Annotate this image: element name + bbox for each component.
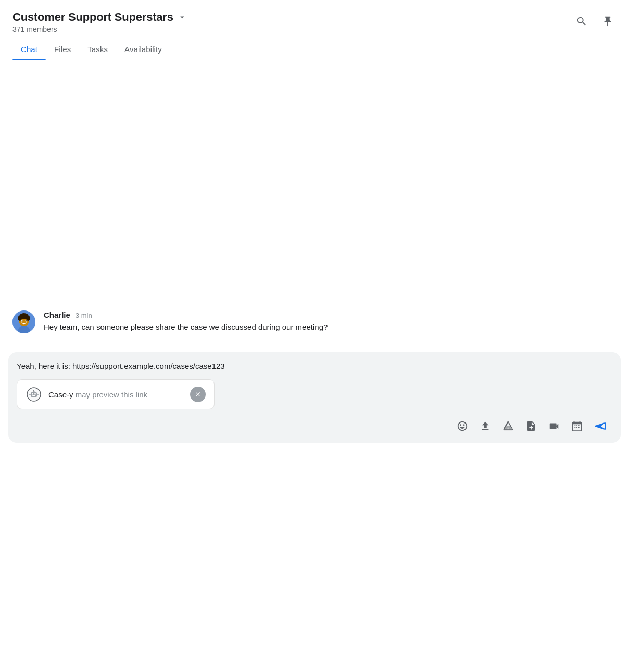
message-header: Charlie 3 min [44, 310, 328, 319]
upload-button[interactable] [475, 416, 496, 437]
svg-point-16 [33, 390, 34, 391]
tab-tasks[interactable]: Tasks [79, 40, 116, 60]
message-input[interactable]: Yeah, here it is: https://support.exampl… [17, 360, 612, 373]
svg-point-5 [26, 316, 30, 321]
svg-point-9 [26, 320, 27, 321]
header-left: Customer Support Superstars 371 members [12, 10, 187, 33]
svg-rect-14 [32, 395, 35, 396]
message-text: Hey team, can someone please share the c… [44, 321, 328, 333]
message-row: Charlie 3 min Hey team, can someone plea… [12, 310, 617, 333]
video-button[interactable] [544, 416, 564, 437]
input-toolbar [17, 416, 612, 437]
tab-chat[interactable]: Chat [12, 40, 46, 60]
casey-icon [27, 387, 41, 402]
header-title: Customer Support Superstars [12, 10, 187, 24]
avatar-image [12, 310, 35, 333]
header-actions [573, 10, 617, 30]
close-icon [194, 391, 202, 398]
chat-area: Charlie 3 min Hey team, can someone plea… [0, 60, 629, 352]
link-preview-left: Case-y may preview this link [26, 386, 147, 403]
emoji-button[interactable] [452, 416, 473, 437]
video-icon [548, 420, 560, 432]
drive-button[interactable] [498, 416, 519, 437]
send-button[interactable] [589, 416, 610, 437]
create-doc-button[interactable] [521, 416, 542, 437]
send-icon [594, 420, 606, 432]
upload-icon [480, 420, 491, 432]
link-preview-card: Case-y may preview this link [17, 379, 215, 409]
svg-point-8 [22, 320, 23, 321]
message-content: Charlie 3 min Hey team, can someone plea… [44, 310, 328, 333]
pin-button[interactable] [599, 13, 617, 30]
emoji-icon [457, 420, 468, 432]
tab-availability[interactable]: Availability [116, 40, 170, 60]
dropdown-icon[interactable] [178, 13, 187, 22]
header: Customer Support Superstars 371 members [0, 0, 629, 33]
input-area: Yeah, here it is: https://support.exampl… [8, 352, 621, 443]
calendar-icon [571, 420, 583, 432]
channel-title: Customer Support Superstars [12, 10, 173, 24]
link-preview-close-button[interactable] [190, 387, 206, 402]
tab-files[interactable]: Files [46, 40, 79, 60]
schedule-button[interactable] [567, 416, 587, 437]
svg-point-4 [18, 316, 22, 321]
message-sender: Charlie [44, 310, 70, 319]
tabs-bar: Chat Files Tasks Availability [0, 40, 629, 60]
pushpin-icon [602, 16, 613, 27]
members-count: 371 members [12, 25, 187, 33]
svg-marker-22 [595, 423, 605, 429]
drive-icon [502, 420, 514, 432]
create-doc-icon [525, 420, 537, 432]
message-time: 3 min [76, 312, 92, 319]
svg-rect-11 [31, 392, 37, 397]
link-preview-icon [26, 386, 42, 403]
search-button[interactable] [573, 13, 590, 30]
avatar [12, 310, 35, 333]
search-icon [576, 16, 587, 27]
svg-rect-13 [34, 393, 36, 395]
link-preview-title: Case-y may preview this link [48, 390, 147, 399]
svg-rect-12 [32, 393, 33, 395]
